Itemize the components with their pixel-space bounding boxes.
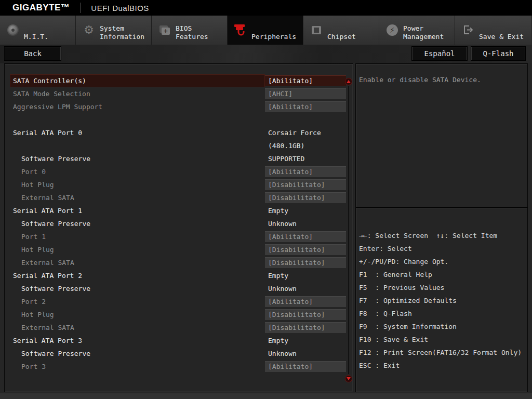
tab-mit[interactable]: M.I.T. (0, 16, 76, 45)
setting-value[interactable]: [Disabilitato] (265, 257, 346, 268)
settings-row[interactable]: External SATA [Disabilitato] (10, 321, 346, 334)
setting-value: Empty (265, 269, 346, 282)
settings-row[interactable]: External SATA [Disabilitato] (10, 191, 346, 204)
save-exit-icon (461, 24, 475, 36)
tab-label: System Information (100, 24, 149, 45)
setting-value[interactable]: [Abilitato] (265, 166, 346, 177)
tab-power-management[interactable]: ⚡ Power Management (379, 16, 455, 45)
key-line: F12 : Print Screen(FAT16/32 Format Only) (356, 346, 527, 359)
qflash-button[interactable]: Q-Flash (471, 46, 526, 61)
tab-label: Peripherals (251, 33, 296, 45)
tab-label: Power Management (403, 24, 452, 45)
setting-label: Serial ATA Port 0 (10, 126, 265, 152)
tab-label: BIOS Features (176, 24, 224, 45)
settings-row[interactable]: Hot Plug [Disabilitato] (10, 178, 346, 191)
setting-label: Software Preserve (10, 152, 265, 165)
scroll-down-icon[interactable] (345, 375, 352, 382)
setting-value[interactable]: [Abilitato] (265, 101, 346, 112)
settings-row[interactable]: Serial ATA Port 0 Corsair Force (480.1GB… (10, 126, 346, 152)
power-icon: ⚡ (385, 24, 400, 36)
key-line: F1 : General Help (356, 268, 527, 281)
setting-label: Software Preserve (10, 217, 265, 230)
setting-label: Port 2 (10, 295, 265, 308)
settings-row[interactable]: Aggressive LPM Support [Abilitato] (10, 100, 346, 113)
settings-row[interactable]: Serial ATA Port 2 Empty (10, 269, 346, 282)
settings-row[interactable]: Hot Plug [Disabilitato] (10, 308, 346, 321)
setting-label: External SATA (10, 321, 265, 334)
setting-label: SATA Controller(s) (10, 74, 265, 87)
settings-row[interactable]: Software Preserve Unknown (10, 217, 346, 230)
setting-value[interactable]: [Disabilitato] (265, 322, 346, 333)
settings-row[interactable]: Software Preserve Unknown (10, 347, 346, 360)
setting-value: Unknown (265, 282, 346, 295)
tab-save-exit[interactable]: Save & Exit (455, 16, 531, 45)
settings-row[interactable]: Serial ATA Port 1 Empty (10, 204, 346, 217)
tab-chipset[interactable]: Chipset (303, 16, 379, 45)
setting-value[interactable]: [AHCI] (265, 88, 346, 99)
gear-icon: ⚙ (82, 24, 96, 36)
settings-row-selected[interactable]: SATA Controller(s) [Abilitato] (10, 74, 346, 87)
setting-label: Software Preserve (10, 347, 265, 360)
settings-row[interactable]: Port 0 [Abilitato] (10, 165, 346, 178)
settings-row[interactable]: Hot Plug [Disabilitato] (10, 243, 346, 256)
setting-label: SATA Mode Selection (10, 87, 265, 100)
settings-row[interactable]: Port 2 [Abilitato] (10, 295, 346, 308)
settings-row[interactable]: Software Preserve Unknown (10, 282, 346, 295)
top-bar: GIGABYTE™ UEFI DualBIOS (0, 0, 532, 16)
setting-value[interactable]: [Abilitato] (265, 75, 346, 86)
setting-label: Serial ATA Port 3 (10, 334, 265, 347)
setting-label: Hot Plug (10, 178, 265, 191)
bios-chip-icon (157, 25, 172, 35)
tab-system-information[interactable]: ⚙ System Information (76, 16, 152, 45)
item-help-text: Enable or disable SATA Device. (356, 64, 527, 86)
key-line: F5 : Previous Values (356, 281, 527, 294)
setting-value[interactable]: [Disabilitato] (265, 179, 346, 190)
language-button[interactable]: Español (411, 46, 468, 61)
tab-label: M.I.T. (24, 33, 48, 45)
item-help-box: Enable or disable SATA Device. (356, 64, 527, 208)
settings-list: SATA Controller(s) [Abilitato] SATA Mode… (5, 74, 353, 373)
sub-bar: Back Español Q-Flash (0, 45, 532, 63)
setting-value[interactable]: [Abilitato] (265, 361, 346, 372)
setting-value[interactable]: [Abilitato] (265, 231, 346, 242)
mit-icon (6, 24, 20, 36)
setting-label: Serial ATA Port 1 (10, 204, 265, 217)
settings-row[interactable]: External SATA [Disabilitato] (10, 256, 346, 269)
setting-label: Port 1 (10, 230, 265, 243)
settings-row[interactable]: Port 1 [Abilitato] (10, 230, 346, 243)
setting-value[interactable]: [Disabilitato] (265, 244, 346, 255)
settings-row[interactable]: Port 3 [Abilitato] (10, 360, 346, 373)
key-line: Enter: Select (356, 242, 527, 255)
setting-value[interactable]: [Disabilitato] (265, 192, 346, 203)
peripherals-icon (233, 23, 248, 37)
tab-bios-features[interactable]: BIOS Features (152, 16, 228, 45)
tab-label: Save & Exit (479, 33, 524, 45)
setting-value[interactable]: [Disabilitato] (265, 309, 346, 320)
setting-label: Port 3 (10, 360, 265, 373)
back-button[interactable]: Back (4, 46, 61, 61)
settings-row[interactable]: SATA Mode Selection [AHCI] (10, 87, 346, 100)
header-divider (80, 3, 81, 13)
setting-value: Unknown (265, 217, 346, 230)
setting-value: Corsair Force (480.1GB) (265, 126, 346, 152)
tab-peripherals[interactable]: Peripherals (228, 16, 303, 45)
key-line: +/-/PU/PD: Change Opt. (356, 255, 527, 268)
key-line: ESC : Exit (356, 359, 527, 372)
setting-value: Empty (265, 334, 346, 347)
chipset-icon (309, 26, 324, 34)
key-line: F7 : Optimized Defaults (356, 294, 527, 307)
setting-label: Hot Plug (10, 243, 265, 256)
key-line: F9 : System Information (356, 320, 527, 333)
page-title: UEFI DualBIOS (91, 4, 149, 12)
scrollbar-track[interactable] (348, 86, 349, 374)
scroll-up-icon[interactable] (345, 78, 352, 85)
setting-label: External SATA (10, 256, 265, 269)
setting-value: SUPPORTED (265, 152, 346, 165)
settings-row[interactable]: Software Preserve SUPPORTED (10, 152, 346, 165)
setting-label: Software Preserve (10, 282, 265, 295)
settings-row[interactable]: Serial ATA Port 3 Empty (10, 334, 346, 347)
setting-value[interactable]: [Abilitato] (265, 296, 346, 307)
key-legend: →←: Select Screen ↑↓: Select Item Enter:… (356, 208, 527, 392)
setting-label: Port 0 (10, 165, 265, 178)
settings-panel: SATA Controller(s) [Abilitato] SATA Mode… (4, 63, 353, 392)
